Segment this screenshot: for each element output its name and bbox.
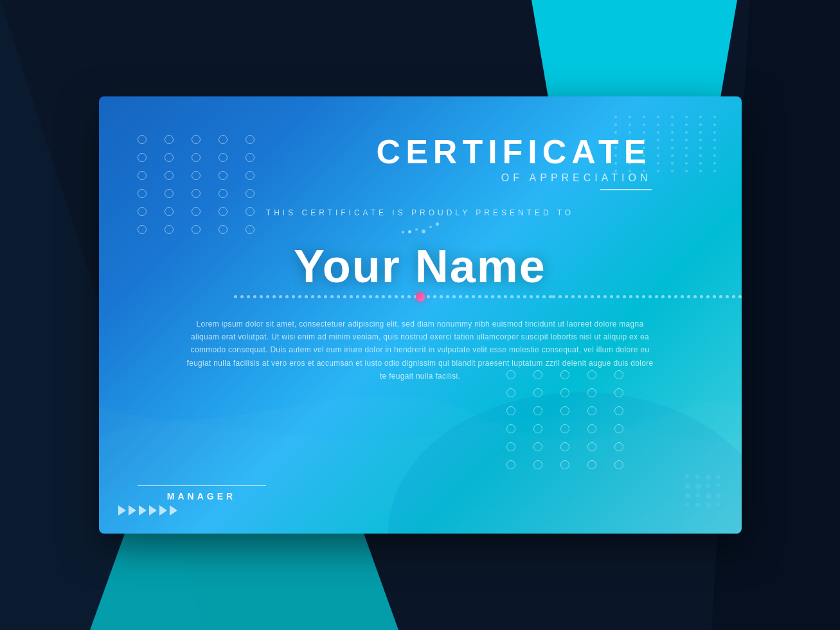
- name-underline-dots-left: const nul = document.currentScript.paren…: [234, 295, 552, 298]
- signature-section: MANAGER: [138, 485, 266, 502]
- certificate-subtitle: OF APPRECIATION: [138, 172, 652, 184]
- scatter-dots-decoration: [402, 222, 439, 233]
- certificate-description: Lorem ipsum dolor sit amet, consectetuer…: [183, 318, 658, 383]
- presented-text: THIS CERTIFICATE IS PROUDLY PRESENTED TO: [266, 208, 574, 217]
- certificate-card: const dg1 = document.currentScript.paren…: [99, 96, 742, 534]
- recipient-name: Your Name: [294, 240, 546, 292]
- certificate-title: CERTIFICATE: [138, 135, 652, 168]
- manager-label: MANAGER: [167, 491, 236, 501]
- play-arrow-5: [159, 505, 167, 516]
- play-arrow-3: [139, 505, 147, 516]
- play-arrow-4: [149, 505, 157, 516]
- name-underline-dots-right: const nur = document.currentScript.paren…: [552, 295, 742, 298]
- name-underline-decoration: const nul = document.currentScript.paren…: [234, 295, 607, 298]
- signature-line: [138, 485, 266, 487]
- title-section: CERTIFICATE OF APPRECIATION: [138, 135, 703, 190]
- certificate-content: CERTIFICATE OF APPRECIATION THIS CERTIFI…: [99, 96, 742, 534]
- play-arrow-6: [170, 505, 177, 516]
- certificate-wrapper: const dg1 = document.currentScript.paren…: [99, 96, 742, 534]
- play-arrows: [118, 505, 177, 516]
- play-arrow-2: [129, 505, 136, 516]
- play-arrow-1: [118, 505, 126, 516]
- name-accent-dot: [416, 292, 425, 302]
- title-underline: [600, 189, 652, 190]
